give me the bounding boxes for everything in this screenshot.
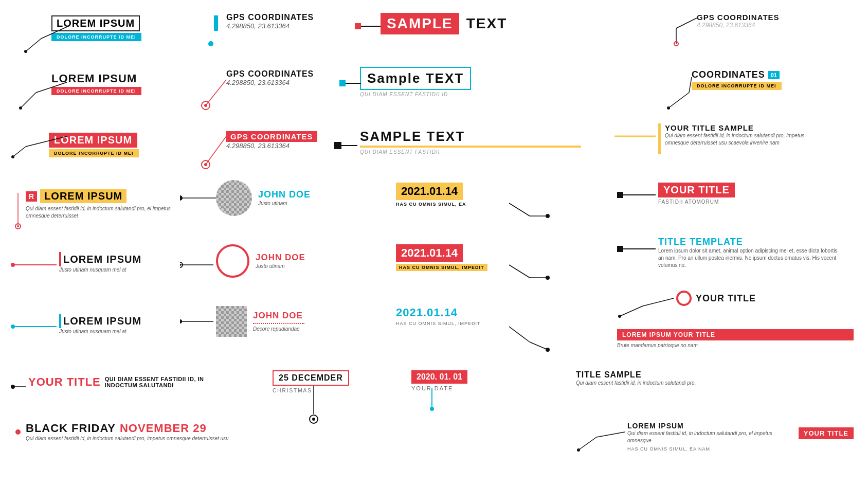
r5c2-sub: Justo utinam bbox=[256, 263, 305, 270]
svg-point-2 bbox=[24, 50, 27, 53]
r2c2-coords: 4.298850, 23.613364 bbox=[226, 79, 355, 86]
svg-point-35 bbox=[180, 195, 183, 201]
r3c4-title: YOUR TITLE SAMPLE bbox=[665, 123, 809, 132]
r6c1-title: LOREM IPSUM bbox=[63, 315, 141, 327]
svg-line-21 bbox=[13, 147, 26, 157]
r2c2-title: GPS COORDINATES bbox=[226, 69, 355, 79]
r1c3-block: SAMPLE TEXT bbox=[381, 13, 576, 34]
r5c2-name: JOHN DOE bbox=[256, 253, 305, 263]
r5c4-block: TITLE TEMPLATE Lorem ipsum dolor sit ame… bbox=[658, 237, 856, 269]
r6c3-block: 2021.01.14 HAS CU OMNIS SIMUL, IMPEDIT bbox=[396, 306, 550, 326]
svg-point-54 bbox=[180, 319, 182, 323]
svg-point-62 bbox=[11, 385, 15, 389]
svg-point-65 bbox=[312, 418, 315, 421]
r5c3-sub: HAS CU OMNIS SIMUL, IMPEDIT bbox=[396, 264, 487, 271]
svg-line-46 bbox=[509, 265, 530, 278]
r7c2-date: 25 DECEMDER bbox=[279, 373, 343, 382]
r1c4-coords: 4.298850, 23.613364 bbox=[697, 22, 854, 29]
r5c2-deco bbox=[180, 260, 221, 270]
svg-point-52 bbox=[11, 325, 15, 329]
r8c4-title1: LOREM IPSUM bbox=[627, 422, 793, 430]
r4c1-title: LOREM IPSUM bbox=[40, 189, 126, 203]
r4c3-deco bbox=[509, 201, 550, 221]
r8c1-bf: BLACK FRIDAY bbox=[26, 422, 116, 435]
svg-point-4 bbox=[208, 41, 213, 46]
r4c4-block: YOUR TITLE FASTIDII ATOMORUM bbox=[658, 183, 854, 205]
r5c1-block: LOREM IPSUM Justo utinam nusquam mel at bbox=[10, 252, 185, 274]
r6c4-sub: Brute mandamus patrioque no nam bbox=[617, 342, 854, 349]
r4c3-date: 2021.01.14 bbox=[396, 183, 463, 200]
r6c4-title: YOUR TITLE bbox=[696, 293, 756, 304]
r6c1-sub: Justo utinam nusquam mel at bbox=[59, 328, 185, 335]
r6c2-deco bbox=[180, 316, 221, 327]
svg-point-71 bbox=[577, 448, 580, 452]
r8c4-sub1: Qui diam essent fastidii id, in indoctum… bbox=[627, 430, 793, 444]
r2c4-title: COORDINATES bbox=[692, 69, 765, 80]
r4c1-sub: Qui diam essent fastidii id, in indoctum… bbox=[26, 205, 185, 220]
r8c4-deco bbox=[576, 422, 627, 453]
r1c3-sample: SAMPLE bbox=[381, 13, 459, 34]
r5c1-deco bbox=[10, 260, 62, 275]
svg-rect-27 bbox=[334, 142, 341, 149]
r8c1-date: NOVEMBER 29 bbox=[120, 422, 207, 435]
r1c4-title: GPS COORDINATES bbox=[697, 13, 780, 22]
r1c1-block: LOREM IPSUM DOLORE INCORRUPTE ID MEI bbox=[10, 10, 170, 41]
svg-line-10 bbox=[21, 93, 36, 108]
r4c1-deco bbox=[10, 185, 26, 231]
r2c2-deco bbox=[201, 69, 231, 111]
r7c2-block: 25 DECEMDER CHRISTMAS bbox=[273, 370, 386, 393]
r4c2-avatar bbox=[216, 180, 252, 216]
r2c4-sub: DOLORE INCORRUPTE ID MEI bbox=[692, 82, 782, 90]
r4c3-block: 2021.01.14 HAS CU OMNIS SIMUL, EA bbox=[396, 183, 550, 207]
r2c3-sub: QUI DIAM ESSENT FASTIDII ID bbox=[360, 92, 581, 97]
r7c3-deco bbox=[427, 388, 453, 414]
r6c2-name: JOHN DOE bbox=[253, 311, 304, 321]
r4c4-sub: FASTIDII ATOMORUM bbox=[658, 199, 854, 205]
svg-line-56 bbox=[530, 342, 548, 350]
r5c4-deco bbox=[617, 242, 658, 257]
r7c4-sub: Qui diam essent fastidii id, in indoctum… bbox=[576, 380, 704, 387]
svg-line-13 bbox=[206, 80, 226, 105]
r3c3-sample: SAMPLE TEXT bbox=[360, 129, 465, 144]
r3c4-sub: Qui diam essent fastidii id, in indoctum… bbox=[665, 132, 809, 147]
r5c1-sub: Justo utinam nusquam mel at bbox=[59, 266, 185, 274]
svg-line-8 bbox=[676, 18, 697, 28]
r6c2-block: JOHN DOE Decore repudiandae bbox=[216, 306, 360, 337]
r5c1-title: LOREM IPSUM bbox=[63, 254, 141, 265]
r5c2-block: JOHN DOE Justo utinam bbox=[216, 244, 360, 278]
r6c2-sub: Decore repudiandae bbox=[253, 326, 304, 333]
r7c3-date: 2020. 01. 01 bbox=[411, 370, 467, 384]
r8c4-block: LOREM IPSUM Qui diam essent fastidii id,… bbox=[576, 422, 854, 452]
r5c4-title: TITLE TEMPLATE bbox=[658, 237, 856, 247]
svg-line-70 bbox=[596, 432, 625, 437]
svg-rect-39 bbox=[617, 192, 623, 198]
svg-line-24 bbox=[206, 136, 226, 165]
r5c3-date: 2021.01.14 bbox=[396, 244, 463, 262]
r4c4-title: YOUR TITLE bbox=[658, 183, 735, 197]
r1c2-coords: 4.298850, 23.613364 bbox=[226, 22, 355, 30]
svg-rect-49 bbox=[617, 246, 623, 252]
svg-line-11 bbox=[36, 82, 67, 93]
r7c4-block: TITLE SAMPLE Qui diam essent fastidii id… bbox=[576, 370, 730, 387]
r3c1-block: LOREM IPSUM DOLORE INCORRUPTE ID MEI bbox=[10, 129, 170, 157]
r1c2-deco bbox=[201, 15, 231, 57]
r8c1-block: BLACK FRIDAY NOVEMBER 29 Qui diam essent… bbox=[10, 422, 242, 442]
r5c4-sub: Lorem ipsum dolor sit amet, animal optio… bbox=[658, 247, 843, 269]
r4c4-deco bbox=[617, 188, 658, 203]
r5c3-deco bbox=[509, 262, 550, 283]
svg-point-38 bbox=[546, 214, 550, 218]
r7c1-sub1: QUI DIAM ESSENT FASTIDII ID, IN INDOCTUM… bbox=[105, 376, 208, 388]
svg-point-67 bbox=[430, 407, 434, 411]
r2c4-num: 01 bbox=[768, 71, 780, 79]
r7c2-deco bbox=[298, 386, 339, 427]
r6c4-deco1 bbox=[617, 288, 679, 319]
r5c3-block: 2021.01.14 HAS CU OMNIS SIMUL, IMPEDIT bbox=[396, 244, 550, 271]
r2c1-deco bbox=[10, 67, 72, 113]
r7c1-deco bbox=[10, 382, 72, 397]
r6c1-deco bbox=[10, 321, 62, 337]
r2c4-block: COORDINATES 01 DOLORE INCORRUPTE ID MEI bbox=[658, 67, 854, 90]
svg-point-26 bbox=[204, 163, 207, 166]
r4c2-name: JOHN DOE bbox=[258, 189, 311, 200]
r6c3-date: 2021.01.14 bbox=[396, 306, 550, 319]
r6c4-bottom-bar: LOREM IPSUM YOUR TITLE bbox=[617, 329, 854, 340]
